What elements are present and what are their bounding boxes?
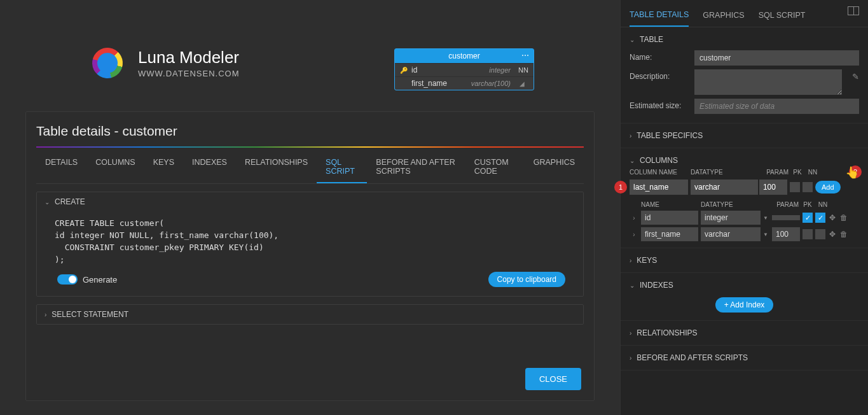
section-keys-header[interactable]: › KEYS	[630, 253, 859, 267]
section-indexes-label: INDEXES	[640, 281, 673, 290]
expand-row-icon[interactable]: ›	[630, 215, 638, 222]
brand-subtitle: WWW.DATENSEN.COM	[138, 69, 239, 78]
chevron-right-icon: ›	[630, 330, 631, 337]
estimated-size-label: Estimated size:	[630, 99, 687, 110]
diagram-col-type: varchar(100)	[471, 80, 511, 87]
select-section: › SELECT STATEMENT	[36, 304, 584, 325]
col-nn-checkbox[interactable]: ✓	[815, 213, 825, 223]
diagram-table-header[interactable]: customer ⋯	[395, 49, 534, 63]
tab-indexes[interactable]: INDEXES	[183, 151, 236, 183]
create-header[interactable]: ⌄ CREATE	[37, 192, 583, 211]
panel-tabs: DETAILS COLUMNS KEYS INDEXES RELATIONSHI…	[36, 151, 584, 184]
chevron-down-icon: ⌄	[630, 36, 635, 43]
new-column-nn-checkbox[interactable]	[803, 182, 813, 192]
diagram-col-name: first_name	[411, 79, 471, 88]
description-textarea[interactable]	[694, 69, 842, 95]
diagram-col-name: id	[411, 66, 489, 74]
add-index-button[interactable]: + Add Index	[715, 297, 774, 313]
tab-custom-code[interactable]: CUSTOM CODE	[465, 151, 525, 183]
col-name[interactable]: first_name	[641, 227, 698, 241]
col-param[interactable]	[772, 215, 800, 220]
edit-icon[interactable]: ✎	[852, 69, 859, 81]
column-list-headers: NAME DATATYPE PARAM PK NN	[630, 197, 859, 209]
logo-icon	[89, 45, 127, 82]
new-column-headers: COLUMN NAME DATATYPE PARAM PK NN	[630, 167, 859, 177]
select-header[interactable]: › SELECT STATEMENT	[37, 305, 583, 324]
add-column-button[interactable]: Add	[815, 181, 841, 193]
layout-toggle-icon[interactable]	[848, 6, 859, 15]
section-specifics-header[interactable]: › TABLE SPECIFICS	[630, 129, 859, 143]
callout-badge-2: 2	[849, 165, 862, 178]
tab-before-after[interactable]: BEFORE AND AFTER SCRIPTS	[367, 151, 465, 183]
table-details-panel: Table details - customer DETAILS COLUMNS…	[25, 111, 595, 401]
tab-columns[interactable]: COLUMNS	[86, 151, 144, 183]
col-type[interactable]: varchar	[701, 227, 761, 241]
tab-keys[interactable]: KEYS	[144, 151, 183, 183]
copy-to-clipboard-button[interactable]: Copy to clipboard	[488, 272, 565, 287]
new-column-pk-checkbox[interactable]	[790, 182, 800, 192]
col-type[interactable]: integer	[701, 211, 761, 225]
sidebar-tabs: TABLE DETAILS GRAPHICS SQL SCRIPT	[621, 0, 868, 27]
section-indexes-header[interactable]: ⌄ INDEXES	[630, 278, 859, 292]
diagram-row[interactable]: 🔑 id integer NN	[395, 63, 534, 76]
pk-key-icon: 🔑	[400, 67, 411, 74]
sb-tab-graphics[interactable]: GRAPHICS	[703, 4, 744, 26]
diagram-resize-icon[interactable]: ◢	[514, 80, 528, 87]
col-name[interactable]: id	[641, 211, 698, 225]
chevron-right-icon: ›	[630, 355, 631, 362]
tab-sql-script[interactable]: SQL SCRIPT	[317, 151, 367, 183]
section-columns-header[interactable]: ⌄ COLUMNS	[630, 153, 859, 167]
diagram-col-type: integer	[489, 66, 511, 74]
col-nn-checkbox[interactable]	[815, 229, 825, 239]
chevron-right-icon: ›	[630, 132, 631, 139]
dropdown-caret-icon: ▼	[763, 215, 769, 221]
delete-icon[interactable]: 🗑	[839, 230, 848, 239]
section-specifics-label: TABLE SPECIFICS	[637, 131, 703, 140]
generate-label: Generate	[83, 275, 117, 285]
diagram-col-nn: NN	[514, 66, 528, 74]
section-relationships-label: RELATIONSHIPS	[637, 328, 697, 337]
new-column-name-input[interactable]	[630, 179, 688, 195]
new-column-param-input[interactable]	[759, 179, 787, 195]
drag-handle-icon[interactable]: ✥	[828, 230, 837, 239]
estimated-size-input[interactable]	[694, 99, 859, 114]
sb-tab-table-details[interactable]: TABLE DETAILS	[630, 4, 689, 27]
dropdown-caret-icon: ▼	[763, 232, 769, 237]
table-name-input[interactable]	[694, 50, 859, 66]
chevron-right-icon: ›	[630, 257, 631, 264]
column-row: › first_name varchar ▼ 100 ✥ 🗑	[630, 226, 859, 243]
expand-row-icon[interactable]: ›	[630, 231, 638, 238]
col-pk-checkbox[interactable]	[803, 229, 813, 239]
select-label: SELECT STATEMENT	[52, 310, 128, 319]
new-column-type-select[interactable]	[691, 179, 758, 195]
diagram-table-menu-icon[interactable]: ⋯	[521, 51, 530, 60]
brand-block: Luna Modeler WWW.DATENSEN.COM	[92, 48, 239, 78]
section-table-header[interactable]: ⌄ TABLE	[630, 32, 859, 46]
section-columns-label: COLUMNS	[640, 156, 678, 165]
create-label: CREATE	[55, 197, 85, 206]
column-row: › id integer ▼ ✓ ✓ ✥ 🗑	[630, 209, 859, 226]
drag-handle-icon[interactable]: ✥	[828, 213, 837, 222]
section-before-after-header[interactable]: › BEFORE AND AFTER SCRIPTS	[630, 351, 859, 365]
delete-icon[interactable]: 🗑	[839, 213, 848, 222]
right-sidebar: TABLE DETAILS GRAPHICS SQL SCRIPT ⌄ TABL…	[620, 0, 868, 415]
sb-tab-sql-script[interactable]: SQL SCRIPT	[759, 4, 806, 26]
col-param[interactable]: 100	[772, 227, 800, 241]
generate-toggle[interactable]	[57, 274, 78, 285]
chevron-down-icon: ⌄	[630, 282, 635, 289]
brand-title: Luna Modeler	[138, 48, 239, 67]
create-section: ⌄ CREATE CREATE TABLE customer( id integ…	[36, 192, 584, 297]
chevron-down-icon: ⌄	[630, 157, 635, 164]
new-column-row: 1 ▼ Add 2	[630, 179, 859, 195]
section-relationships-header[interactable]: › RELATIONSHIPS	[630, 326, 859, 340]
tab-graphics[interactable]: GRAPHICS	[525, 151, 584, 183]
diagram-row[interactable]: first_name varchar(100) ◢	[395, 76, 534, 90]
diagram-table[interactable]: customer ⋯ 🔑 id integer NN first_name va…	[394, 48, 534, 90]
chevron-right-icon: ›	[45, 311, 46, 318]
rainbow-divider	[36, 146, 584, 148]
chevron-down-icon: ⌄	[45, 199, 50, 206]
col-pk-checkbox[interactable]: ✓	[803, 213, 813, 223]
tab-details[interactable]: DETAILS	[36, 151, 86, 183]
tab-relationships[interactable]: RELATIONSHIPS	[236, 151, 317, 183]
close-button[interactable]: CLOSE	[525, 368, 581, 390]
